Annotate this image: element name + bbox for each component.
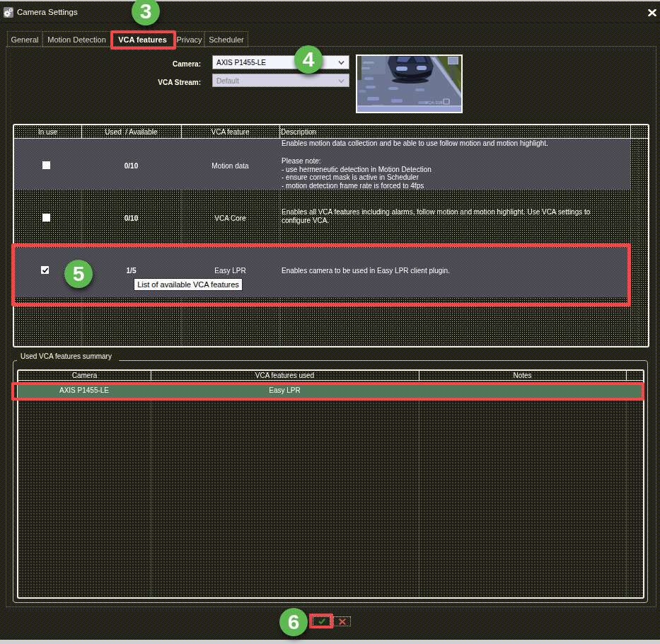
svg-text:VCA-318: VCA-318: [425, 100, 443, 105]
